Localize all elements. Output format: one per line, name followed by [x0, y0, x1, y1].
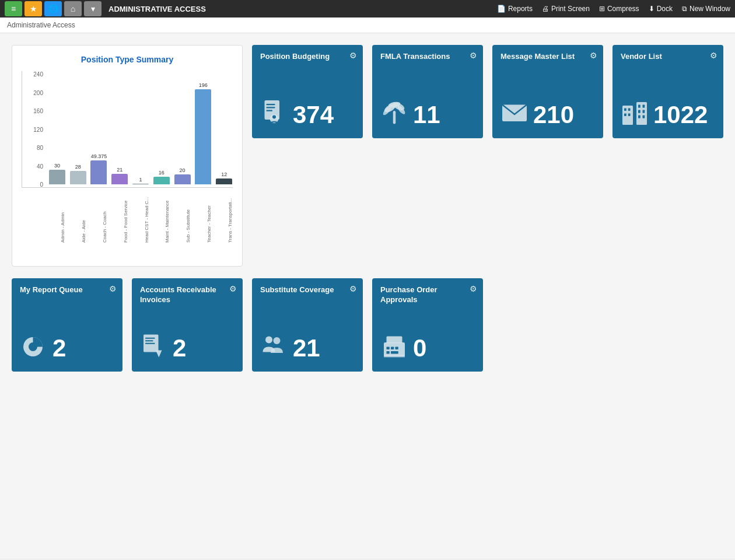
gear-icon-message[interactable]: ⚙ [590, 51, 597, 60]
svg-marker-31 [156, 351, 162, 358]
tile-title-vendor: Vendor List [621, 52, 715, 62]
svg-rect-24 [643, 116, 645, 118]
top-nav: ≡ ★ 🌐 ⌂ ▾ ADMINISTRATIVE ACCESS 📄 Report… [0, 0, 735, 18]
gear-icon-position-budgeting[interactable]: ⚙ [349, 51, 357, 60]
app-title: ADMINISTRATIVE ACCESS [108, 5, 495, 13]
gear-icon-report-queue[interactable]: ⚙ [109, 284, 117, 293]
palm-tree-icon [380, 99, 408, 131]
tile-accounts-receivable[interactable]: ⚙ Accounts Receivable Invoices 2 [132, 278, 243, 372]
tile-title-substitute: Substitute Coverage [260, 285, 355, 295]
new-window-icon: ⧉ [682, 5, 687, 13]
new-window-button[interactable]: ⧉ New Window [682, 5, 730, 13]
home-icon-btn[interactable]: ⌂ [64, 1, 82, 16]
tile-body-purchase-order: 0 [380, 326, 475, 365]
bar-group-7: 196 [194, 82, 212, 184]
svg-rect-41 [384, 355, 405, 358]
tile-report-queue[interactable]: ⚙ My Report Queue 2 [12, 278, 123, 372]
tile-body-fmla: 11 [380, 93, 475, 131]
svg-rect-18 [628, 114, 631, 117]
dock-button[interactable]: ⬇ Dock [649, 5, 673, 13]
svg-point-5 [272, 116, 276, 119]
breadcrumb: Administrative Access [0, 18, 735, 33]
svg-rect-38 [396, 347, 398, 350]
reports-button[interactable]: 📄 Reports [497, 5, 533, 13]
tile-number-purchase-order: 0 [413, 336, 426, 360]
reports-icon: 📄 [497, 5, 506, 13]
svg-rect-35 [387, 337, 402, 344]
top-dashboard-row: Position Type Summary 240 200 160 120 80… [12, 45, 723, 267]
tile-body-report-queue: 2 [20, 326, 114, 365]
tile-body-position-budgeting: 374 [260, 93, 355, 131]
tile-message-master[interactable]: ⚙ Message Master List 210 [492, 45, 603, 138]
tile-number-fmla: 11 [413, 103, 440, 127]
bar-group-5: 16 [153, 170, 170, 184]
bar-group-6: 20 [174, 167, 191, 184]
tile-purchase-order[interactable]: ⚙ Purchase Order Approvals [372, 278, 483, 372]
bar-group-4: 1 [132, 177, 149, 184]
svg-rect-30 [145, 343, 155, 344]
chart-title: Position Type Summary [22, 55, 233, 64]
svg-rect-40 [391, 351, 398, 354]
tile-substitute-coverage[interactable]: ⚙ Substitute Coverage 21 [252, 278, 363, 372]
svg-rect-19 [638, 105, 640, 108]
svg-rect-13 [622, 106, 633, 125]
person-doc-icon [260, 99, 288, 131]
bar-group-0: 30 [48, 163, 66, 184]
svg-rect-1 [267, 104, 275, 105]
svg-rect-15 [624, 108, 626, 111]
tile-fmla-transactions[interactable]: ⚙ FMLA Transactions [372, 45, 483, 138]
svg-point-26 [29, 342, 37, 351]
svg-rect-2 [267, 107, 275, 108]
tile-vendor-list[interactable]: ⚙ Vendor List [612, 45, 723, 138]
compress-button[interactable]: ⊞ Compress [599, 5, 639, 13]
tile-position-budgeting[interactable]: ⚙ Position Budgeting [252, 45, 363, 138]
x-axis-labels: Admin - AdminAide - AideCoach - CoachFoo… [22, 190, 233, 243]
building-icon [621, 99, 649, 131]
tile-title-accounts-receivable: Accounts Receivable Invoices [140, 285, 235, 305]
svg-rect-23 [638, 116, 640, 118]
gear-icon-fmla[interactable]: ⚙ [470, 51, 477, 60]
pie-chart-icon [20, 332, 48, 365]
tile-title-position-budgeting: Position Budgeting [260, 52, 355, 62]
tile-title-report-queue: My Report Queue [20, 285, 114, 295]
svg-rect-3 [267, 110, 273, 111]
tile-title-purchase-order: Purchase Order Approvals [380, 285, 475, 305]
tile-number-accounts-receivable: 2 [173, 336, 186, 360]
main-content: Position Type Summary 240 200 160 120 80… [0, 33, 735, 558]
bar-group-2: 49.375 [90, 153, 108, 184]
top-tiles-grid: ⚙ Position Budgeting [252, 45, 723, 138]
tile-body-vendor: 1022 [621, 93, 715, 131]
dock-icon: ⬇ [649, 5, 654, 13]
gear-icon-substitute[interactable]: ⚙ [349, 284, 357, 293]
bar-group-8: 12 [215, 172, 233, 184]
print-screen-button[interactable]: 🖨 Print Screen [542, 5, 590, 13]
gear-icon-purchase-order[interactable]: ⚙ [470, 284, 477, 293]
tile-body-accounts-receivable: 2 [140, 326, 235, 365]
dropdown-icon-btn[interactable]: ▾ [84, 1, 102, 16]
svg-rect-28 [145, 338, 155, 339]
bottom-dashboard-row: ⚙ My Report Queue 2 ⚙ Accounts Receivabl… [12, 278, 723, 372]
menu-icon-btn[interactable]: ≡ [5, 1, 22, 16]
tile-title-message: Message Master List [501, 52, 595, 62]
svg-rect-17 [624, 114, 626, 117]
chart-panel: Position Type Summary 240 200 160 120 80… [12, 45, 243, 267]
tile-number-report-queue: 2 [52, 336, 66, 360]
gear-icon-vendor[interactable]: ⚙ [710, 51, 718, 60]
globe-icon-btn[interactable]: 🌐 [44, 1, 62, 16]
svg-rect-39 [387, 351, 390, 354]
svg-rect-21 [638, 110, 640, 113]
tile-body-message: 210 [501, 93, 595, 131]
register-icon [380, 332, 408, 365]
svg-rect-29 [145, 340, 153, 341]
nav-actions: 📄 Reports 🖨 Print Screen ⊞ Compress ⬇ Do… [497, 5, 730, 13]
svg-rect-20 [643, 105, 645, 108]
tile-number-substitute: 21 [293, 336, 320, 360]
invoice-down-icon [140, 332, 168, 365]
bar-group-3: 21 [111, 167, 128, 184]
favorites-icon-btn[interactable]: ★ [24, 1, 42, 16]
tile-number-position-budgeting: 374 [293, 103, 334, 127]
tile-number-vendor: 1022 [653, 103, 708, 127]
svg-point-33 [274, 337, 281, 344]
gear-icon-accounts-receivable[interactable]: ⚙ [229, 284, 237, 293]
print-icon: 🖨 [542, 5, 549, 13]
